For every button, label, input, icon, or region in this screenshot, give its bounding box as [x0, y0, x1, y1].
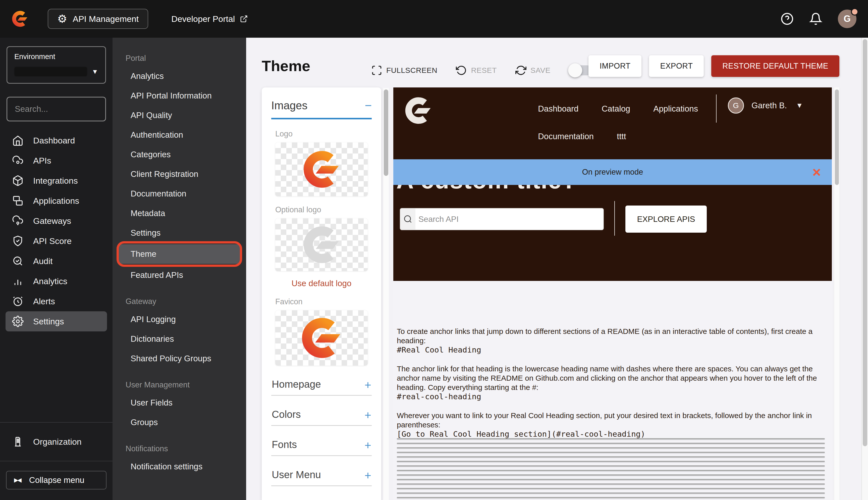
accordion-pagination[interactable]: Pagination +	[271, 486, 372, 500]
reset-button[interactable]: RESET	[456, 65, 497, 76]
subsidebar-item-metadata[interactable]: Metadata	[113, 204, 246, 223]
sidebar-item-integrations[interactable]: Integrations	[5, 171, 107, 191]
sidebar-search[interactable]	[7, 97, 106, 121]
panel-scrollbar[interactable]	[383, 88, 389, 500]
sidebar-item-settings[interactable]: Settings	[5, 311, 107, 331]
preview-nav-documentation[interactable]: Documentation	[538, 132, 594, 141]
subsidebar-item-notification-settings[interactable]: Notification settings	[113, 457, 246, 476]
home-icon	[12, 135, 24, 146]
subsidebar-item-groups[interactable]: Groups	[113, 412, 246, 432]
subsidebar-item-api-portal-information[interactable]: API Portal Information	[113, 86, 246, 105]
panel-scrollbar-thumb[interactable]	[384, 89, 388, 176]
export-button[interactable]: EXPORT	[649, 55, 704, 77]
sidebar-item-api-score[interactable]: API Score	[5, 231, 107, 251]
window-scrollbar[interactable]	[861, 38, 868, 500]
preview-user-menu[interactable]: G Gareth B. ▼	[728, 98, 803, 114]
logo-upload-preview[interactable]	[275, 143, 368, 196]
shield-check-icon	[12, 235, 24, 247]
user-avatar[interactable]: G	[838, 10, 856, 28]
collapse-menu-button[interactable]: ▶◀ Collapse menu	[6, 471, 106, 489]
subsidebar-item-client-registration[interactable]: Client Registration	[113, 164, 246, 184]
expand-section-icon[interactable]: +	[364, 380, 371, 390]
alarm-clock-icon	[12, 295, 24, 307]
subsidebar-item-featured-apis[interactable]: Featured APIs	[113, 265, 246, 285]
readme-paragraph: The anchor link for that heading is the …	[397, 364, 825, 392]
subsidebar-item-theme[interactable]: Theme	[118, 244, 241, 264]
save-button[interactable]: SAVE	[516, 65, 551, 76]
sidebar-item-organization[interactable]: Organization	[0, 423, 113, 461]
preview-nav: Dashboard Catalog Applications Documenta…	[538, 104, 699, 141]
preview-placeholder-lines	[397, 438, 825, 500]
theme-preview: Dashboard Catalog Applications Documenta…	[393, 88, 832, 500]
favicon-label: Favicon	[275, 297, 368, 306]
preview-search-box	[400, 208, 604, 230]
settings-sub-sidebar: Portal Analytics API Portal Information …	[113, 38, 246, 500]
expand-section-icon[interactable]: +	[364, 470, 371, 480]
explore-apis-button[interactable]: EXPLORE APIS	[625, 205, 707, 233]
placeholder-line	[397, 438, 825, 440]
app-switcher-label: API Management	[72, 14, 139, 24]
theme-editor-panel: Images − Logo Optional logo	[262, 88, 381, 500]
subsidebar-item-user-fields[interactable]: User Fields	[113, 393, 246, 412]
favicon-upload-preview[interactable]	[275, 310, 368, 366]
window-scrollbar-thumb[interactable]	[863, 39, 867, 446]
preview-nav-tttt[interactable]: tttt	[617, 132, 626, 141]
preview-nav-applications[interactable]: Applications	[653, 104, 698, 114]
sidebar-item-analytics[interactable]: Analytics	[5, 271, 107, 291]
accordion-homepage[interactable]: Homepage +	[271, 366, 372, 396]
developer-portal-link[interactable]: Developer Portal	[171, 14, 248, 24]
collapse-section-icon[interactable]: −	[365, 99, 372, 112]
expand-section-icon[interactable]: +	[364, 410, 371, 420]
close-icon[interactable]: ×	[812, 165, 821, 179]
environment-select[interactable]: Environment ▼	[7, 46, 106, 84]
accordion-user-menu[interactable]: User Menu +	[271, 456, 372, 486]
notifications-bell-icon[interactable]	[809, 12, 822, 25]
placeholder-line	[397, 484, 825, 485]
placeholder-line	[397, 443, 825, 444]
placeholder-line	[397, 497, 825, 498]
accordion-fonts[interactable]: Fonts +	[271, 426, 372, 456]
accordion-colors[interactable]: Colors +	[271, 396, 372, 426]
optional-logo-upload-preview[interactable]	[275, 218, 368, 271]
expand-section-icon[interactable]: +	[364, 440, 371, 450]
sidebar-item-dashboard[interactable]: Dashboard	[5, 130, 107, 150]
preview-scrollbar[interactable]	[834, 88, 840, 500]
fullscreen-button[interactable]: FULLSCREEN	[371, 65, 437, 76]
import-button[interactable]: IMPORT	[589, 55, 641, 77]
page-title: Theme	[262, 57, 310, 75]
images-section-header[interactable]: Images −	[271, 99, 372, 112]
preview-nav-catalog[interactable]: Catalog	[602, 104, 630, 114]
preview-search-input[interactable]	[415, 208, 603, 230]
subsidebar-item-api-logging[interactable]: API Logging	[113, 309, 246, 329]
sidebar-item-audit[interactable]: Audit	[5, 251, 107, 271]
sidebar-item-alerts[interactable]: Alerts	[5, 291, 107, 311]
subsidebar-item-categories[interactable]: Categories	[113, 145, 246, 164]
sidebar-item-applications[interactable]: Applications	[5, 191, 107, 211]
help-icon[interactable]	[780, 12, 794, 25]
use-default-logo-link[interactable]: Use default logo	[271, 279, 372, 288]
subsidebar-item-documentation[interactable]: Documentation	[113, 184, 246, 204]
chevron-down-icon: ▼	[92, 68, 98, 76]
subsidebar-item-dictionaries[interactable]: Dictionaries	[113, 329, 246, 349]
subsidebar-item-api-quality[interactable]: API Quality	[113, 105, 246, 125]
preview-scrollbar-thumb[interactable]	[835, 89, 839, 185]
subsidebar-item-authentication[interactable]: Authentication	[113, 125, 246, 145]
sidebar-search-input[interactable]	[15, 104, 121, 114]
chevron-down-icon: ▼	[796, 102, 803, 110]
restore-default-theme-button[interactable]: RESTORE DEFAULT THEME	[711, 55, 840, 77]
logo-image	[302, 150, 340, 189]
environment-value-redacted	[14, 67, 87, 76]
sidebar-item-apis[interactable]: APIs	[5, 150, 107, 171]
placeholder-line	[397, 447, 825, 448]
subsidebar-item-shared-policy-groups[interactable]: Shared Policy Groups	[113, 349, 246, 368]
preview-nav-dashboard[interactable]: Dashboard	[538, 104, 578, 114]
preview-logo-icon	[404, 95, 432, 126]
section-title-notifications: Notifications	[126, 444, 246, 453]
subsidebar-item-analytics[interactable]: Analytics	[113, 66, 246, 86]
sidebar-item-gateways[interactable]: Gateways	[5, 211, 107, 231]
search-icon	[400, 208, 415, 230]
subsidebar-item-settings[interactable]: Settings	[113, 223, 246, 243]
preview-hero-title-clipped: A custom title?	[396, 185, 592, 192]
fullscreen-icon	[371, 65, 382, 76]
app-switcher-button[interactable]: ⚙ API Management	[48, 9, 148, 29]
